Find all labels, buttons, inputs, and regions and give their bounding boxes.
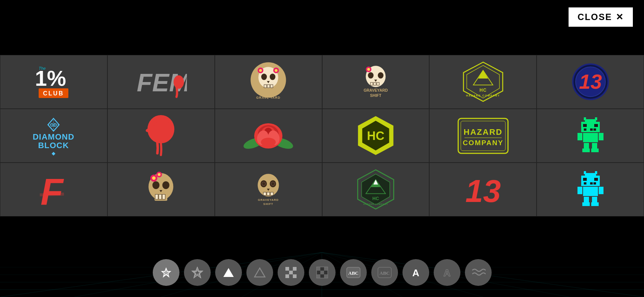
svg-text:HAZARD: HAZARD xyxy=(463,127,502,137)
svg-rect-127 xyxy=(585,173,596,176)
svg-marker-150 xyxy=(255,268,265,277)
paint-splat-logo xyxy=(140,114,181,157)
svg-rect-102 xyxy=(155,195,158,199)
filter-triangle-outline[interactable] xyxy=(246,259,273,286)
close-button[interactable]: CLOSE ✕ xyxy=(569,7,633,27)
graveyard-skull-logo: GRAVE YARD xyxy=(246,61,291,103)
svg-text:COMPANY: COMPANY xyxy=(463,139,504,147)
logo-cell-graveyard-shift[interactable]: GRAVEYARD SHIFT xyxy=(322,55,430,109)
13-circle-logo: 13 xyxy=(568,61,613,103)
svg-rect-90 xyxy=(577,133,582,140)
svg-text:A: A xyxy=(412,267,419,278)
svg-rect-89 xyxy=(583,133,598,142)
f-letter-logo: F xyxy=(37,169,70,210)
svg-text:13: 13 xyxy=(465,173,501,209)
svg-rect-129 xyxy=(595,171,597,174)
svg-text:HC: HC xyxy=(367,129,385,143)
pixel-robot-green xyxy=(576,117,605,154)
svg-text:DIAMOND: DIAMOND xyxy=(33,132,74,141)
logo-cell-hazard-company-text[interactable]: HAZARD COMPANY xyxy=(429,109,537,163)
logo-cell-fem[interactable]: FEM xyxy=(107,55,215,109)
svg-text:GRAVE YARD: GRAVE YARD xyxy=(256,96,281,99)
svg-point-29 xyxy=(275,69,278,72)
svg-text:HC: HC xyxy=(479,88,487,93)
svg-rect-87 xyxy=(590,128,593,131)
svg-rect-153 xyxy=(293,267,297,271)
svg-point-22 xyxy=(270,74,275,80)
svg-rect-131 xyxy=(583,178,587,181)
rose-logo xyxy=(242,115,294,156)
logo-cell-pixel-robot-green[interactable] xyxy=(537,109,644,163)
svg-rect-114 xyxy=(271,192,274,196)
filter-abc-filled[interactable]: ABC xyxy=(340,259,367,286)
svg-point-18 xyxy=(174,75,184,89)
svg-rect-25 xyxy=(271,85,273,88)
logo-cell-hc-hex[interactable]: HC xyxy=(322,109,430,163)
svg-rect-88 xyxy=(593,128,596,131)
logo-cell-f-letter[interactable]: F xyxy=(0,163,107,216)
logo-cell-13-red[interactable]: 13 xyxy=(429,163,537,216)
logo-cell-13-circle[interactable]: 13 xyxy=(537,55,644,109)
svg-rect-128 xyxy=(584,171,586,174)
hazard-company-text-badge: HAZARD COMPANY xyxy=(455,115,511,156)
filter-checker-outline[interactable] xyxy=(309,259,336,286)
filter-a-outline[interactable]: A xyxy=(434,259,460,286)
svg-rect-137 xyxy=(583,187,598,196)
logo-cell-graveyard-skull[interactable]: GRAVE YARD xyxy=(215,55,322,109)
svg-point-106 xyxy=(152,176,156,180)
logo-cell-rose[interactable] xyxy=(215,109,322,163)
svg-text:1%: 1% xyxy=(35,66,66,90)
pixel-robot-cyan xyxy=(576,171,605,208)
logo-cell-skull-plain[interactable] xyxy=(107,163,215,216)
svg-rect-103 xyxy=(159,195,162,199)
logo-cell-diamond-block[interactable]: GD DIAMOND BLOCK xyxy=(0,109,107,163)
svg-rect-84 xyxy=(594,124,598,127)
logo-cell-paint-splat[interactable] xyxy=(107,109,215,163)
svg-rect-160 xyxy=(320,271,324,274)
filter-star-outline[interactable] xyxy=(184,259,211,286)
svg-rect-36 xyxy=(377,82,379,85)
filter-star-filled[interactable] xyxy=(153,259,179,286)
filter-a-filled[interactable]: A xyxy=(402,259,429,286)
svg-rect-91 xyxy=(599,133,603,140)
svg-point-32 xyxy=(368,72,373,79)
svg-point-111 xyxy=(270,180,276,187)
hazard-company-mountain: HC HAZARD COMPANY xyxy=(457,61,509,103)
svg-point-38 xyxy=(367,68,370,71)
graveyard-shift-skull-small: GRAVEYARD SHIFT xyxy=(246,168,291,210)
svg-rect-80 xyxy=(584,117,586,120)
logo-cell-hazard-company-hex[interactable]: HC HAZARD COMPANY xyxy=(322,163,430,216)
svg-point-58 xyxy=(148,115,174,143)
hc-hex-logo: HC xyxy=(353,114,398,157)
1percent-logo: The 1% CLUB xyxy=(31,62,76,102)
svg-rect-135 xyxy=(590,182,593,185)
svg-rect-138 xyxy=(577,187,582,194)
filter-bar: ABC ABC A A xyxy=(0,259,644,286)
svg-text:HAZARD COMPANY: HAZARD COMPANY xyxy=(363,203,388,205)
svg-text:HC: HC xyxy=(372,196,379,202)
svg-rect-112 xyxy=(263,192,266,196)
svg-rect-79 xyxy=(585,119,596,122)
svg-rect-156 xyxy=(293,274,297,278)
svg-rect-154 xyxy=(289,271,293,274)
filter-checker-filled[interactable] xyxy=(278,259,304,286)
svg-text:13: 13 xyxy=(579,71,602,94)
svg-rect-85 xyxy=(584,128,586,131)
filter-triangle-filled[interactable] xyxy=(215,259,242,286)
filter-abc-outline[interactable]: ABC xyxy=(371,259,398,286)
svg-rect-139 xyxy=(599,187,603,194)
filter-wave[interactable] xyxy=(465,259,492,286)
svg-rect-152 xyxy=(285,267,289,271)
logo-cell-pixel-robot-cyan[interactable] xyxy=(537,163,644,216)
logo-cell-graveyard-shift-small[interactable]: GRAVEYARD SHIFT xyxy=(215,163,322,216)
logo-cell-hazard-company-mountain[interactable]: HC HAZARD COMPANY xyxy=(429,55,537,109)
svg-point-108 xyxy=(158,173,161,176)
logo-grid: The 1% CLUB FEM xyxy=(0,55,644,216)
fem-logo: FEM xyxy=(135,63,187,101)
svg-point-70 xyxy=(261,138,276,147)
svg-text:A: A xyxy=(443,267,450,278)
svg-marker-44 xyxy=(478,71,488,79)
svg-rect-161 xyxy=(317,274,320,278)
logo-cell-1percent[interactable]: The 1% CLUB xyxy=(0,55,107,109)
svg-point-99 xyxy=(152,182,159,189)
